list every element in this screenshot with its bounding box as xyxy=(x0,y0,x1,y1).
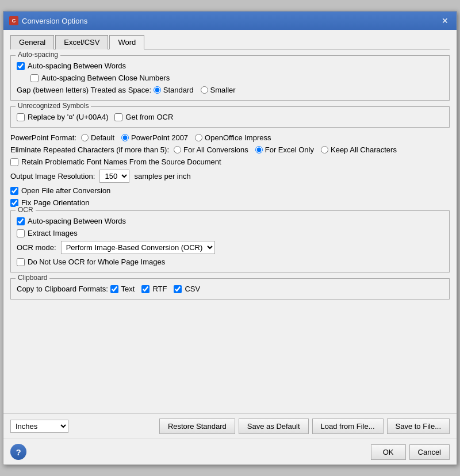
unrecognized-row: Replace by '¤' (U+00A4) Get from OCR xyxy=(17,113,443,121)
elim-keep-all-radio[interactable] xyxy=(321,146,328,153)
retain-font-row: Retain Problematic Font Names From the S… xyxy=(10,158,450,166)
output-resolution-row: Output Image Resolution: 72 96 150 200 3… xyxy=(10,170,450,183)
elim-for-excel-radio[interactable] xyxy=(255,146,263,153)
restore-standard-button[interactable]: Restore Standard xyxy=(159,419,235,434)
elim-keep-all-label[interactable]: Keep All Characters xyxy=(321,145,397,154)
bottom-action-bar: Inches Centimeters Points Restore Standa… xyxy=(3,413,457,439)
open-file-checkbox[interactable] xyxy=(10,187,18,195)
auto-spacing-content: Auto-spacing Between Words Auto-spacing … xyxy=(17,62,443,94)
output-resolution-select[interactable]: 72 96 150 200 300 600 xyxy=(99,170,129,183)
unrecognized-symbols-section: Unrecognized Symbols Replace by '¤' (U+0… xyxy=(10,106,450,128)
do-not-use-ocr-checkbox[interactable] xyxy=(17,258,25,266)
replace-checkbox[interactable] xyxy=(17,113,25,121)
clipboard-csv-checkbox[interactable] xyxy=(174,285,182,293)
elim-for-all-radio[interactable] xyxy=(174,146,181,153)
ocr-extract-images-checkbox[interactable] xyxy=(17,229,25,237)
tab-word[interactable]: Word xyxy=(109,35,144,49)
gap-smaller-radio[interactable] xyxy=(201,86,208,94)
ocr-mode-label: OCR mode: xyxy=(17,243,56,252)
replace-label[interactable]: Replace by '¤' (U+00A4) xyxy=(17,113,108,121)
auto-spacing-words-row: Auto-spacing Between Words xyxy=(17,62,443,70)
eliminate-repeated-label: Eliminate Repeated Characters (if more t… xyxy=(10,145,169,154)
ppt-ooimpress-radio[interactable] xyxy=(195,134,202,141)
clipboard-copy-label: Copy to Clipboard Formats: xyxy=(17,285,108,293)
save-as-default-button[interactable]: Save as Default xyxy=(239,419,309,434)
auto-spacing-words-checkbox[interactable] xyxy=(17,62,25,70)
clipboard-csv-label[interactable]: CSV xyxy=(174,285,200,293)
cancel-button[interactable]: Cancel xyxy=(409,444,450,460)
retain-font-label[interactable]: Retain Problematic Font Names From the S… xyxy=(10,158,221,166)
clipboard-text-label[interactable]: Text xyxy=(110,285,135,293)
gap-label: Gap (between letters) Treated as Space: xyxy=(17,86,151,94)
gap-row: Gap (between letters) Treated as Space: … xyxy=(17,86,443,94)
clipboard-text-checkbox[interactable] xyxy=(110,285,118,293)
ppt-default-radio[interactable] xyxy=(81,134,89,141)
ocr-auto-spacing-checkbox[interactable] xyxy=(17,217,25,225)
dialog-title: Conversion Options xyxy=(22,17,87,25)
ocr-content: Auto-spacing Between Words Extract Image… xyxy=(17,217,443,266)
powerpoint-label: PowerPoint Format: xyxy=(10,133,76,142)
title-bar-left: C Conversion Options xyxy=(9,16,87,25)
ocr-auto-spacing-row: Auto-spacing Between Words xyxy=(17,217,443,225)
eliminate-radio-group: For All Conversions For Excel Only Keep … xyxy=(174,145,397,154)
elim-for-all-label[interactable]: For All Conversions xyxy=(174,145,248,154)
auto-spacing-numbers-checkbox[interactable] xyxy=(30,74,39,82)
get-from-ocr-checkbox[interactable] xyxy=(114,113,122,121)
gap-standard-radio[interactable] xyxy=(154,86,161,94)
open-file-label[interactable]: Open File after Conversion xyxy=(10,186,110,195)
do-not-use-ocr-label[interactable]: Do Not Use OCR for Whole Page Images xyxy=(17,258,165,266)
ocr-section: OCR Auto-spacing Between Words Extract I… xyxy=(10,210,450,272)
save-to-file-button[interactable]: Save to File... xyxy=(387,419,450,434)
ppt-default-label[interactable]: Default xyxy=(81,133,114,142)
ocr-mode-row: OCR mode: Perform Image-Based Conversion… xyxy=(17,241,443,254)
ocr-title: OCR xyxy=(16,206,36,214)
clipboard-content: Copy to Clipboard Formats: Text RTF CSV xyxy=(17,285,443,293)
clipboard-rtf-label[interactable]: RTF xyxy=(141,285,167,293)
retain-font-checkbox[interactable] xyxy=(10,158,18,166)
auto-spacing-words-label[interactable]: Auto-spacing Between Words xyxy=(17,62,126,70)
ppt-ooimpress-label[interactable]: OpenOffice Impress xyxy=(195,133,271,142)
get-from-ocr-label[interactable]: Get from OCR xyxy=(114,113,173,121)
gap-standard-label[interactable]: Standard xyxy=(154,86,194,94)
dialog-icon: C xyxy=(9,16,18,25)
powerpoint-row: PowerPoint Format: Default PowerPoint 20… xyxy=(10,133,450,142)
auto-spacing-numbers-label[interactable]: Auto-spacing Between Close Numbers xyxy=(30,74,170,82)
dialog-content: General Excel/CSV Word Auto-spacing Auto… xyxy=(3,30,457,413)
elim-for-excel-label[interactable]: For Excel Only xyxy=(255,145,314,154)
fix-orientation-row: Fix Page Orientation xyxy=(10,198,450,207)
output-resolution-label: Output Image Resolution: xyxy=(10,172,95,181)
tab-excel-csv[interactable]: Excel/CSV xyxy=(55,35,108,49)
ppt-2007-label[interactable]: PowerPoint 2007 xyxy=(121,133,188,142)
eliminate-repeated-row: Eliminate Repeated Characters (if more t… xyxy=(10,145,450,154)
close-button[interactable]: ✕ xyxy=(439,15,451,26)
gap-radio-group: Standard Smaller xyxy=(154,86,236,94)
tab-bar: General Excel/CSV Word xyxy=(10,34,450,49)
ok-button[interactable]: OK xyxy=(371,444,406,460)
clipboard-formats-row: Copy to Clipboard Formats: Text RTF CSV xyxy=(17,285,443,293)
powerpoint-radio-group: Default PowerPoint 2007 OpenOffice Impre… xyxy=(81,133,271,142)
units-select[interactable]: Inches Centimeters Points xyxy=(10,420,68,433)
ppt-2007-radio[interactable] xyxy=(121,134,129,141)
clipboard-rtf-checkbox[interactable] xyxy=(141,285,150,293)
unrecognized-content: Replace by '¤' (U+00A4) Get from OCR xyxy=(17,113,443,121)
ocr-extract-images-row: Extract Images xyxy=(17,229,443,237)
output-resolution-suffix: samples per inch xyxy=(134,172,190,181)
help-button[interactable]: ? xyxy=(10,444,26,460)
unrecognized-symbols-title: Unrecognized Symbols xyxy=(16,102,91,110)
auto-spacing-section: Auto-spacing Auto-spacing Between Words … xyxy=(10,55,450,101)
gap-smaller-label[interactable]: Smaller xyxy=(201,86,236,94)
ocr-auto-spacing-label[interactable]: Auto-spacing Between Words xyxy=(17,217,126,225)
ocr-extract-images-label[interactable]: Extract Images xyxy=(17,229,78,237)
title-bar: C Conversion Options ✕ xyxy=(3,11,457,30)
clipboard-title: Clipboard xyxy=(16,274,49,282)
conversion-options-dialog: C Conversion Options ✕ General Excel/CSV… xyxy=(3,11,457,465)
load-from-file-button[interactable]: Load from File... xyxy=(312,419,384,434)
auto-spacing-title: Auto-spacing xyxy=(16,51,60,59)
auto-spacing-numbers-row: Auto-spacing Between Close Numbers xyxy=(30,74,443,82)
open-file-row: Open File after Conversion xyxy=(10,186,450,195)
footer-bar: ? OK Cancel xyxy=(3,439,457,465)
tab-general[interactable]: General xyxy=(10,35,54,49)
clipboard-section: Clipboard Copy to Clipboard Formats: Tex… xyxy=(10,278,450,300)
ocr-mode-select[interactable]: Perform Image-Based Conversion (OCR) Per… xyxy=(61,241,215,254)
do-not-use-ocr-row: Do Not Use OCR for Whole Page Images xyxy=(17,258,443,266)
